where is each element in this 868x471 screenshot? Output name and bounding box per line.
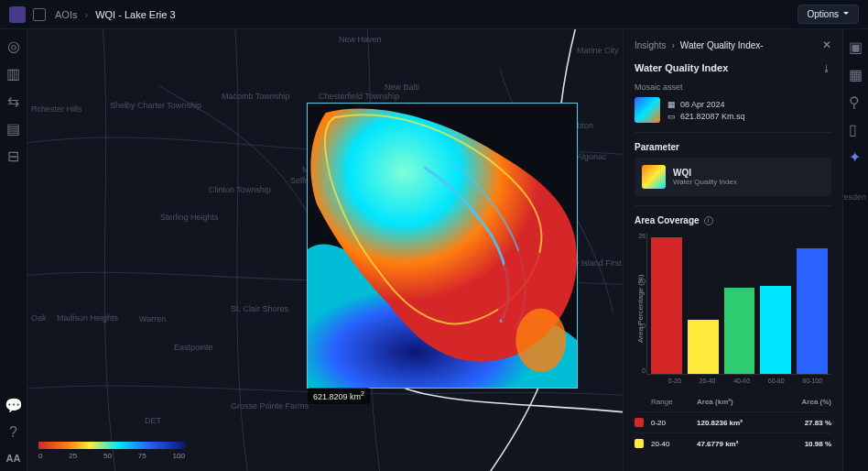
wqi-heatmap (308, 104, 577, 388)
right-nav-rail: ▣ ▦ ⚲ ▯ ✦ Dresden (842, 29, 868, 471)
pin-icon[interactable]: ⚲ (849, 93, 863, 108)
area-coverage-chart: Area Percentage (%) 28 20 10 0 0-2020-40… (635, 233, 831, 384)
chevron-right-icon: › (671, 40, 674, 50)
aoi-area-caption: 621.8209 km2 (308, 388, 370, 404)
panel-title-row: Water Quality Index ⭳ (635, 62, 831, 73)
breadcrumb-root[interactable]: AOIs (55, 9, 77, 20)
table-row: 20-40 47.6779 km² 10.98 % (635, 433, 831, 454)
calendar-icon: ▦ (667, 100, 676, 109)
help-icon[interactable]: ? (6, 425, 21, 440)
chart-bar[interactable] (688, 320, 719, 374)
insights-icon[interactable]: ✦ (849, 148, 863, 163)
top-bar: AOIs › WQI - Lake Erie 3 Options (0, 0, 868, 29)
chart-bar[interactable] (724, 288, 755, 374)
row-range: 0-20 (651, 419, 697, 427)
download-icon[interactable]: ⭳ (822, 63, 831, 73)
chart-bar[interactable] (797, 248, 828, 374)
left-nav-rail: ◎ ▥ ⇆ ▤ ⊟ 💬 ? AA (0, 29, 27, 471)
chart-xticks: 0-2020-4040-6060-8080-100 (659, 378, 831, 384)
aoi-overlay[interactable]: 621.8209 km2 (307, 103, 578, 389)
row-area: 120.8236 km² (697, 419, 786, 427)
app-logo[interactable] (9, 6, 26, 23)
parameter-card[interactable]: WQI Water Quality Index (635, 158, 831, 196)
chart-bar[interactable] (760, 286, 791, 374)
parameter-label: Parameter (635, 142, 831, 152)
chevron-right-icon: › (84, 9, 88, 20)
area-coverage-header: Area Coverage i (635, 215, 831, 225)
breadcrumb: AOIs › WQI - Lake Erie 3 (55, 9, 176, 20)
mosaic-area: 621.82087 Km.sq (680, 112, 745, 121)
divider (635, 132, 831, 133)
svg-point-2 (515, 309, 566, 373)
coverage-table: Range Area (km²) Area (%) 0-20 120.8236 … (635, 391, 831, 454)
compass-icon[interactable]: ◎ (6, 38, 21, 53)
row-range: 20-40 (651, 440, 697, 448)
row-swatch (635, 439, 644, 448)
parameter-desc: Water Quality Index (673, 178, 737, 186)
panel-title: Water Quality Index (635, 62, 728, 73)
mosaic-asset-row[interactable]: ▦08 Apr 2024 ▭621.82087 Km.sq (635, 97, 831, 123)
close-icon[interactable]: ✕ (822, 38, 831, 51)
options-label: Options (808, 9, 839, 19)
parameter-name: WQI (673, 168, 737, 178)
panel-crumb-title: Water Quality Index- (680, 40, 764, 50)
row-swatch (635, 418, 644, 427)
legend-gradient (38, 442, 185, 449)
table-header: Range Area (km²) Area (%) (635, 391, 831, 411)
chart-icon[interactable]: ▥ (6, 66, 21, 81)
area-icon: ▭ (667, 112, 676, 121)
row-area: 47.6779 km² (697, 440, 786, 448)
table-row: 0-20 120.8236 km² 27.83 % (635, 411, 831, 433)
document-icon[interactable]: ▯ (849, 121, 863, 136)
divider (635, 205, 831, 206)
layers-stack-icon[interactable]: ▣ (849, 38, 863, 53)
panel-crumb-root[interactable]: Insights (635, 40, 666, 50)
info-icon[interactable]: i (704, 216, 713, 225)
row-pct: 27.83 % (786, 419, 831, 427)
mosaic-label: Mosaic asset (635, 82, 831, 92)
archive-icon[interactable]: ⊟ (6, 148, 21, 163)
color-legend: 0 25 50 75 100 (38, 442, 185, 460)
panel-breadcrumb: Insights › Water Quality Index- ✕ (635, 38, 831, 51)
grid-icon[interactable]: ▦ (849, 66, 863, 81)
row-pct: 10.98 % (786, 440, 831, 448)
insights-panel: Insights › Water Quality Index- ✕ Water … (623, 29, 842, 471)
legend-ticks: 0 25 50 75 100 (38, 452, 185, 460)
chart-plot: 28 20 10 0 (646, 233, 831, 375)
chevron-down-icon (843, 9, 849, 19)
chart-bar[interactable] (651, 237, 682, 374)
parameter-swatch (642, 165, 666, 189)
chart-yticks: 28 20 10 0 (635, 233, 646, 374)
breadcrumb-current[interactable]: WQI - Lake Erie 3 (95, 9, 175, 20)
mosaic-thumbnail (635, 97, 660, 123)
mosaic-date: 08 Apr 2024 (680, 100, 725, 109)
panel-toggle-icon[interactable] (33, 8, 46, 21)
share-icon[interactable]: ⇆ (6, 93, 21, 108)
options-button[interactable]: Options (797, 5, 859, 24)
text-size-toggle[interactable]: AA (6, 453, 21, 464)
chat-icon[interactable]: 💬 (6, 398, 21, 412)
layers-icon[interactable]: ▤ (6, 121, 21, 136)
